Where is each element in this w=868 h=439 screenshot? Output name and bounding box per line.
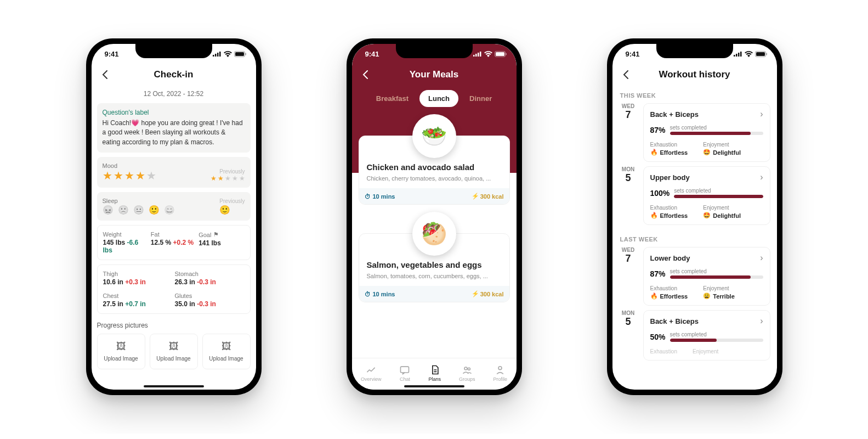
svg-point-15 <box>464 367 467 370</box>
mood-card: Mood ★★★★★ Previously ★★★★★ <box>97 157 251 188</box>
svg-rect-3 <box>219 52 221 57</box>
question-card: Question's label Hi Coach!💗 hope you are… <box>97 103 251 153</box>
upload-image-button[interactable]: 🖼 Upload Image <box>202 334 251 369</box>
svg-rect-19 <box>736 54 737 57</box>
svg-rect-21 <box>740 52 742 57</box>
chevron-right-icon: › <box>760 316 763 326</box>
bolt-icon: ⚡ <box>472 193 479 200</box>
battery-icon <box>234 51 246 57</box>
tab-groups[interactable]: Groups <box>459 364 475 382</box>
status-time: 9:41 <box>365 50 379 58</box>
page-title: Check-in <box>154 69 194 80</box>
sleep-card: Sleep 😖 🙁 😐 🙂 😄 Previously 🙂 <box>97 192 251 221</box>
meal-card[interactable]: 🥗 Chicken and avocado salad Chicken, che… <box>359 136 510 205</box>
notch <box>656 44 733 58</box>
page-title: Workout history <box>659 69 730 80</box>
back-button[interactable] <box>619 68 632 81</box>
upload-image-button[interactable]: 🖼 Upload Image <box>150 334 198 369</box>
svg-rect-24 <box>766 53 767 55</box>
phone-meals: 9:41 Your Meals Breakfast Lunch Dinner 🥗… <box>347 38 522 395</box>
page-title: Your Meals <box>410 69 458 80</box>
svg-rect-6 <box>245 53 246 55</box>
upload-image-icon: 🖼 <box>205 341 248 352</box>
svg-rect-9 <box>478 53 479 57</box>
question-label: Question's label <box>103 109 245 116</box>
svg-rect-18 <box>734 55 735 57</box>
chevron-right-icon: › <box>760 109 763 119</box>
bolt-icon: ⚡ <box>472 290 479 297</box>
upload-image-button[interactable]: 🖼 Upload Image <box>97 334 145 369</box>
svg-rect-7 <box>473 55 475 57</box>
svg-rect-0 <box>213 55 214 57</box>
mood-label: Mood <box>103 162 156 169</box>
svg-rect-2 <box>217 53 219 57</box>
home-indicator[interactable] <box>144 385 204 387</box>
svg-point-17 <box>498 366 502 369</box>
fire-icon: 🔥 <box>650 149 658 156</box>
workout-card[interactable]: Back + Biceps › 50% sets completed Exhau… <box>643 310 770 361</box>
body-metrics-card-2: Thigh 10.6 in +0.3 in Stomach 26.3 in -0… <box>97 264 251 314</box>
meal-tabs: Breakfast Lunch Dinner <box>352 86 517 107</box>
status-time: 9:41 <box>105 50 119 58</box>
mood-previous-rating: ★★★★★ <box>211 175 245 182</box>
tab-chat[interactable]: Chat <box>399 364 410 382</box>
day-block: WED 7 <box>619 103 638 162</box>
tab-plans[interactable]: Plans <box>428 364 441 382</box>
status-time: 9:41 <box>626 50 640 58</box>
svg-rect-10 <box>480 52 481 57</box>
workout-card[interactable]: Lower body › 87% sets completed Exhausti… <box>643 247 770 306</box>
tab-dinner[interactable]: Dinner <box>461 90 501 107</box>
clock-icon: ⏱ <box>365 193 371 200</box>
svg-rect-1 <box>215 54 217 57</box>
svg-rect-23 <box>756 52 765 56</box>
tab-lunch[interactable]: Lunch <box>419 90 458 107</box>
meal-title: Salmon, vegetables and eggs <box>367 260 502 269</box>
svg-rect-13 <box>506 53 506 55</box>
meal-title: Chicken and avocado salad <box>367 162 502 172</box>
svg-rect-14 <box>401 367 409 373</box>
phone-history: 9:41 Workout history THIS WEEK WED 7 <box>607 38 782 395</box>
tab-breakfast[interactable]: Breakfast <box>367 90 417 107</box>
tab-profile[interactable]: Profile <box>493 364 507 382</box>
meal-ingredients: Chicken, cherry tomatoes, avocado, quino… <box>367 175 502 182</box>
svg-rect-12 <box>496 52 504 56</box>
emoji-icon: 🤩 <box>703 149 711 156</box>
sleep-rating[interactable]: 😖 🙁 😐 🙂 😄 <box>103 204 175 215</box>
wifi-icon <box>224 51 232 57</box>
tab-overview[interactable]: Overview <box>361 364 382 382</box>
meal-ingredients: Salmon, tomatoes, corn, cucumbers, eggs,… <box>367 273 502 279</box>
checkin-timestamp: 12 Oct, 2022 - 12:52 <box>97 86 251 103</box>
previously-label: Previously <box>211 168 245 175</box>
svg-rect-20 <box>738 53 740 57</box>
home-indicator[interactable] <box>404 385 464 387</box>
workout-card[interactable]: Upper body › 100% sets completed Exhaust… <box>643 166 770 225</box>
body-metrics-card-1: Weight 145 lbs -6.6 lbs Fat 12.5 % +0.2 … <box>97 225 251 260</box>
notch <box>396 44 473 58</box>
upload-image-icon: 🖼 <box>100 341 143 352</box>
meal-card[interactable]: 🥙 Salmon, vegetables and eggs Salmon, to… <box>359 233 510 302</box>
signal-icon <box>213 51 222 57</box>
back-button[interactable] <box>98 68 111 81</box>
notch <box>135 44 212 58</box>
meal-image: 🥗 <box>412 114 456 158</box>
workout-card[interactable]: Back + Biceps › 87% sets completed Exhau… <box>643 103 770 162</box>
section-last-week: LAST WEEK <box>619 229 770 247</box>
svg-point-16 <box>468 368 470 370</box>
upload-image-icon: 🖼 <box>152 341 195 352</box>
flag-icon: ⚑ <box>213 231 219 238</box>
meal-image: 🥙 <box>412 212 456 256</box>
progress-label: Progress pictures <box>97 318 251 334</box>
chevron-right-icon: › <box>760 253 763 263</box>
sleep-previous: 🙂 <box>219 204 245 215</box>
svg-rect-5 <box>235 52 244 56</box>
section-this-week: THIS WEEK <box>619 86 770 103</box>
clock-icon: ⏱ <box>365 291 371 297</box>
back-button[interactable] <box>359 68 372 81</box>
phone-checkin: 9:41 Check-in 12 Oct, 2022 - 12:52 Quest… <box>86 38 262 395</box>
mood-rating[interactable]: ★★★★★ <box>103 169 156 182</box>
question-text: Hi Coach!💗 hope you are doing great ! I'… <box>103 119 245 147</box>
sleep-label: Sleep <box>103 198 175 204</box>
chevron-right-icon: › <box>760 172 763 182</box>
svg-rect-8 <box>475 54 477 57</box>
